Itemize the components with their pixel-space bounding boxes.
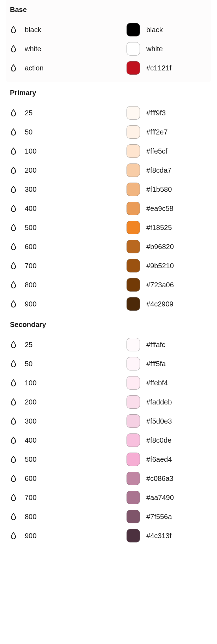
color-swatch[interactable] <box>127 183 140 196</box>
drop-icon <box>10 243 17 250</box>
color-swatch[interactable] <box>127 357 140 370</box>
color-row-right: #ffe5cf <box>127 144 207 158</box>
color-row[interactable]: 200#f8cda7 <box>10 161 207 180</box>
drop-icon <box>10 437 17 444</box>
color-row-left: 200 <box>10 398 127 406</box>
color-swatch[interactable] <box>127 414 140 428</box>
color-value: #f5d0e3 <box>146 417 172 425</box>
color-swatch[interactable] <box>127 529 140 542</box>
color-row[interactable]: 600#c086a3 <box>10 469 207 488</box>
color-name: 25 <box>25 341 33 349</box>
color-row-right: #ea9c58 <box>127 202 207 215</box>
color-row[interactable]: 900#4c2909 <box>10 294 207 314</box>
color-swatch[interactable] <box>127 125 140 139</box>
color-row-left: 300 <box>10 417 127 425</box>
color-row[interactable]: 400#ea9c58 <box>10 199 207 218</box>
color-swatch[interactable] <box>127 433 140 447</box>
color-row-left: 25 <box>10 341 127 349</box>
color-row[interactable]: 100#ffe5cf <box>10 142 207 161</box>
color-group-primary: Primary25#fff9f350#fff2e7100#ffe5cf200#f… <box>10 89 207 314</box>
color-row[interactable]: 400#f8c0de <box>10 431 207 450</box>
color-row[interactable]: 600#b96820 <box>10 237 207 256</box>
color-value: #b96820 <box>146 243 174 251</box>
color-row[interactable]: 50#fff5fa <box>10 354 207 373</box>
color-row[interactable]: 500#f18525 <box>10 218 207 237</box>
color-swatch[interactable] <box>127 278 140 292</box>
color-value: #aa7490 <box>146 494 174 502</box>
color-value: #f8cda7 <box>146 166 171 174</box>
color-value: white <box>146 45 163 53</box>
color-name: 300 <box>25 185 36 194</box>
group-title: Base <box>10 6 207 14</box>
color-row-right: #4c2909 <box>127 297 207 311</box>
color-swatch[interactable] <box>127 23 140 36</box>
color-row[interactable]: 25#fffafc <box>10 335 207 354</box>
color-row[interactable]: 50#fff2e7 <box>10 122 207 142</box>
color-value: #4c2909 <box>146 300 174 308</box>
color-swatch[interactable] <box>127 491 140 504</box>
color-row-right: #723a06 <box>127 278 207 292</box>
color-row-left: action <box>10 64 127 72</box>
color-name: 100 <box>25 147 36 155</box>
color-row-left: 600 <box>10 475 127 483</box>
color-swatch[interactable] <box>127 221 140 234</box>
color-swatch[interactable] <box>127 144 140 158</box>
drop-icon <box>10 205 17 212</box>
color-row-right: #faddeb <box>127 395 207 409</box>
color-row-left: 500 <box>10 455 127 464</box>
drop-icon <box>10 148 17 155</box>
color-name: 300 <box>25 417 36 425</box>
color-row[interactable]: 200#faddeb <box>10 392 207 412</box>
color-swatch[interactable] <box>127 472 140 485</box>
color-row-right: #9b5210 <box>127 259 207 272</box>
color-swatch[interactable] <box>127 61 140 75</box>
drop-icon <box>10 398 17 406</box>
color-row[interactable]: 800#723a06 <box>10 275 207 294</box>
color-swatch[interactable] <box>127 338 140 351</box>
drop-icon <box>10 418 17 425</box>
color-swatch[interactable] <box>127 510 140 523</box>
color-row-left: 100 <box>10 147 127 155</box>
color-swatch[interactable] <box>127 202 140 215</box>
color-row[interactable]: 25#fff9f3 <box>10 103 207 122</box>
color-row[interactable]: whitewhite <box>10 39 207 58</box>
color-row-right: #ffebf4 <box>127 376 207 390</box>
color-value: #4c313f <box>146 532 171 540</box>
color-row-left: 900 <box>10 300 127 308</box>
color-swatch[interactable] <box>127 297 140 311</box>
drop-icon <box>10 456 17 463</box>
color-row[interactable]: action#c1121f <box>10 58 207 77</box>
color-swatch[interactable] <box>127 163 140 177</box>
color-row[interactable]: 900#4c313f <box>10 526 207 545</box>
color-value: #fffafc <box>146 341 165 349</box>
color-row[interactable]: blackblack <box>10 20 207 39</box>
color-swatch[interactable] <box>127 376 140 390</box>
color-name: 900 <box>25 532 36 540</box>
color-row-right: #fff9f3 <box>127 106 207 120</box>
color-row[interactable]: 700#9b5210 <box>10 256 207 275</box>
drop-icon <box>10 532 17 539</box>
color-swatch[interactable] <box>127 106 140 120</box>
color-name: 50 <box>25 360 33 368</box>
color-swatch[interactable] <box>127 259 140 272</box>
color-row-right: #fffafc <box>127 338 207 351</box>
color-swatch[interactable] <box>127 240 140 253</box>
color-swatch[interactable] <box>127 453 140 466</box>
color-row[interactable]: 300#f5d0e3 <box>10 412 207 431</box>
color-row[interactable]: 500#f6aed4 <box>10 450 207 469</box>
color-row[interactable]: 100#ffebf4 <box>10 373 207 392</box>
color-row-right: #c086a3 <box>127 472 207 485</box>
color-row[interactable]: 700#aa7490 <box>10 488 207 507</box>
color-row-right: #c1121f <box>127 61 207 75</box>
color-row-right: #f5d0e3 <box>127 414 207 428</box>
color-swatch[interactable] <box>127 42 140 56</box>
color-name: 800 <box>25 513 36 521</box>
color-swatch[interactable] <box>127 395 140 409</box>
group-title: Primary <box>10 89 207 97</box>
color-row[interactable]: 800#7f556a <box>10 507 207 526</box>
color-row-right: #f1b580 <box>127 183 207 196</box>
color-row[interactable]: 300#f1b580 <box>10 180 207 199</box>
color-value: #c1121f <box>146 64 171 72</box>
color-name: 500 <box>25 455 36 464</box>
color-row-left: 700 <box>10 494 127 502</box>
